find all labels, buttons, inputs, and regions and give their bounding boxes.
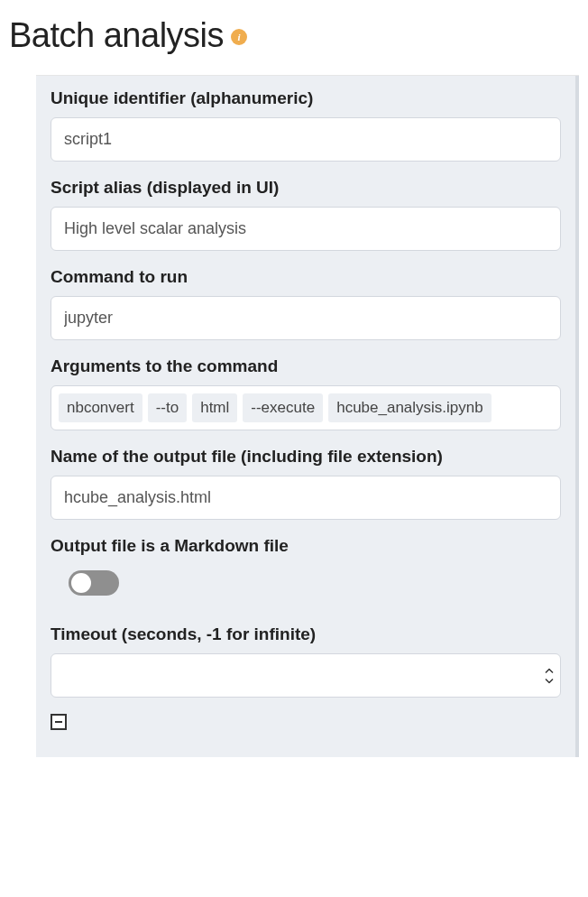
timeout-label: Timeout (seconds, -1 for infinite) <box>51 624 561 644</box>
argument-tag[interactable]: --to <box>148 393 188 422</box>
field-output-name: Name of the output file (including file … <box>51 447 561 520</box>
minus-icon <box>55 721 62 723</box>
toggle-knob <box>71 573 91 593</box>
argument-tag[interactable]: nbconvert <box>59 393 142 422</box>
field-markdown-toggle: Output file is a Markdown file <box>51 536 561 608</box>
alias-label: Script alias (displayed in UI) <box>51 178 561 198</box>
identifier-label: Unique identifier (alphanumeric) <box>51 88 561 108</box>
arguments-input[interactable]: nbconvert --to html --execute hcube_anal… <box>51 385 561 430</box>
spinner-up-button[interactable] <box>543 666 556 675</box>
argument-tag[interactable]: html <box>192 393 237 422</box>
field-arguments: Arguments to the command nbconvert --to … <box>51 356 561 430</box>
identifier-input[interactable] <box>51 117 561 162</box>
page-title: Batch analysis <box>9 16 224 55</box>
form-card: Unique identifier (alphanumeric) Script … <box>36 76 579 757</box>
alias-input[interactable] <box>51 207 561 251</box>
page-header: Batch analysis i <box>9 0 579 75</box>
markdown-toggle[interactable] <box>69 570 119 596</box>
field-timeout: Timeout (seconds, -1 for infinite) <box>51 624 561 698</box>
number-spinner <box>543 666 556 685</box>
output-name-input[interactable] <box>51 476 561 520</box>
info-icon[interactable]: i <box>231 29 247 45</box>
markdown-toggle-label: Output file is a Markdown file <box>51 536 561 556</box>
chevron-down-icon <box>545 678 554 683</box>
argument-tag[interactable]: hcube_analysis.ipynb <box>328 393 492 422</box>
field-identifier: Unique identifier (alphanumeric) <box>51 88 561 162</box>
command-label: Command to run <box>51 267 561 287</box>
chevron-up-icon <box>545 668 554 673</box>
collapse-button[interactable] <box>51 714 67 730</box>
argument-tag[interactable]: --execute <box>243 393 323 422</box>
timeout-input[interactable] <box>51 653 561 698</box>
field-alias: Script alias (displayed in UI) <box>51 178 561 251</box>
output-name-label: Name of the output file (including file … <box>51 447 561 467</box>
arguments-label: Arguments to the command <box>51 356 561 376</box>
spinner-down-button[interactable] <box>543 676 556 685</box>
field-command: Command to run <box>51 267 561 340</box>
command-input[interactable] <box>51 296 561 340</box>
